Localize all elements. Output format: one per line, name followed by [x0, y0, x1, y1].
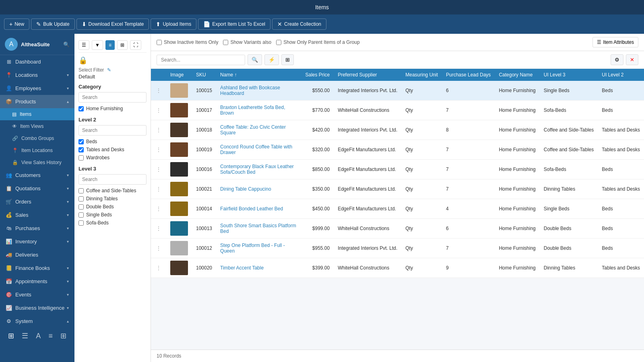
col-name[interactable]: Name ↑: [216, 69, 301, 81]
bottom-nav-list[interactable]: ☰: [19, 329, 31, 342]
sidebar-item-purchases[interactable]: 🛍 Purchases ▾: [0, 222, 74, 235]
export-item-list-button[interactable]: 📄 Export Item List To Excel: [198, 19, 270, 30]
sidebar-item-orders[interactable]: 🛒 Orders ▾: [0, 195, 74, 208]
bottom-nav-menu[interactable]: ≡: [45, 330, 56, 342]
bulk-update-button[interactable]: ✎ Bulk Update: [31, 19, 74, 30]
sidebar-item-customers[interactable]: 👥 Customers ▾: [0, 169, 74, 182]
dashboard-icon: ⊞: [6, 59, 12, 65]
sidebar-item-events[interactable]: 🎯 Events ▾: [0, 288, 74, 301]
price-cell: $350.00: [301, 179, 334, 199]
edit-filter-icon[interactable]: ✎: [107, 67, 111, 73]
filter-search-button[interactable]: ⚡: [264, 54, 279, 65]
list-view-btn[interactable]: ☰: [78, 40, 89, 50]
sidebar-sub-item-items[interactable]: ▤ Items: [0, 108, 74, 120]
level2-option-wardrobes[interactable]: Wardrobes: [78, 154, 147, 162]
sidebar-item-products[interactable]: 📦 Products ▴: [0, 95, 74, 108]
sidebar-item-inventory[interactable]: 📊 Inventory ▾: [0, 235, 74, 248]
level3-option-sofa-beds[interactable]: Sofa-Beds: [78, 219, 147, 227]
name-cell[interactable]: Concord Round Coffee Table with Drawer: [216, 140, 301, 160]
advanced-search-button[interactable]: ⊞: [281, 54, 294, 65]
image-cell: [166, 120, 192, 140]
row-kebab-menu[interactable]: ⋮: [155, 147, 162, 152]
name-cell[interactable]: Coffee Table: Zuo Civic Center Square: [216, 120, 301, 140]
row-kebab-menu[interactable]: ⋮: [155, 245, 162, 251]
col-level2[interactable]: UI Level 2: [598, 69, 644, 81]
search-icon[interactable]: 🔍: [63, 41, 70, 47]
bottom-nav-apps[interactable]: ⊞: [57, 329, 70, 342]
close-filter-button[interactable]: ✕: [626, 54, 638, 65]
col-supplier[interactable]: Preferred Supplier: [334, 69, 401, 81]
download-excel-button[interactable]: ⬇ Download Excel Template: [76, 19, 149, 30]
new-button[interactable]: + New: [4, 19, 29, 30]
bottom-nav-grid[interactable]: ⊞: [5, 329, 17, 342]
sidebar-item-locations[interactable]: 📍 Locations ▾: [0, 68, 74, 82]
search-submit-button[interactable]: 🔍: [248, 54, 262, 65]
col-price[interactable]: Sales Price: [301, 69, 334, 81]
col-lead-days[interactable]: Purchase Lead Days: [442, 69, 495, 81]
sidebar-item-deliveries[interactable]: 🚚 Deliveries: [0, 248, 74, 261]
name-cell[interactable]: South Shore Smart Basics Platform Bed: [216, 219, 301, 239]
row-kebab-menu[interactable]: ⋮: [155, 186, 162, 192]
col-category[interactable]: Category Name: [495, 69, 539, 81]
show-inactive-checkbox[interactable]: Show Inactive Items Only: [157, 38, 218, 46]
row-kebab-menu[interactable]: ⋮: [155, 206, 162, 212]
level3-cell: Single Beds: [540, 199, 598, 219]
sidebar-sub-item-combo-groups[interactable]: 🔗 Combo Groups: [0, 132, 74, 144]
unit-cell: Qty: [401, 179, 442, 199]
level3-search[interactable]: [78, 174, 147, 185]
row-kebab-menu[interactable]: ⋮: [155, 107, 162, 113]
settings-cog-button[interactable]: ⚙: [611, 54, 623, 65]
col-unit[interactable]: Measuring Unit: [401, 69, 442, 81]
level2-option-tables-desks[interactable]: Tables and Desks: [78, 146, 147, 154]
name-cell[interactable]: Timber Accent Table: [216, 258, 301, 278]
item-thumbnail: [170, 162, 188, 177]
sidebar-item-finance-books[interactable]: 📒 Finance Books ▾: [0, 261, 74, 275]
level3-option-dinning-tables[interactable]: Dinning Tables: [78, 195, 147, 203]
level2-search[interactable]: [78, 125, 147, 136]
name-cell[interactable]: Dining Table Cappucino: [216, 179, 301, 199]
chart-btn[interactable]: ⊞: [117, 40, 128, 50]
show-parent-items-checkbox[interactable]: Show Only Parent Items of a Group: [276, 38, 359, 46]
level2-option-beds[interactable]: Beds: [78, 138, 147, 146]
name-cell[interactable]: Ashland Bed with Bookcase Headboard: [216, 81, 301, 101]
level3-option-double-beds[interactable]: Double Beds: [78, 203, 147, 211]
row-kebab-menu[interactable]: ⋮: [155, 127, 162, 133]
sidebar-sub-item-item-views[interactable]: 👁 Item Views: [0, 120, 74, 132]
name-cell[interactable]: Fairfield Bonded Leather Bed: [216, 199, 301, 219]
item-attributes-button[interactable]: ☰ Item Attributes: [592, 37, 638, 47]
upload-items-button[interactable]: ⬆ Upload Items: [151, 19, 196, 30]
create-collection-button[interactable]: ✕ Create Collection: [272, 19, 326, 30]
sidebar-item-system[interactable]: ⚙ System ▴: [0, 315, 74, 328]
sidebar-item-appointments[interactable]: 📅 Appointments ▾: [0, 275, 74, 288]
row-kebab-menu[interactable]: ⋮: [155, 167, 162, 172]
bottom-nav-a[interactable]: A: [33, 330, 44, 342]
col-sku[interactable]: SKU: [192, 69, 216, 81]
category-option-home-furnishing[interactable]: Home Furnishing: [78, 105, 147, 113]
search-input[interactable]: [157, 55, 245, 65]
row-kebab-menu[interactable]: ⋮: [155, 265, 162, 271]
sidebar-item-quotations[interactable]: 📋 Quotations ▾: [0, 182, 74, 195]
item-thumbnail: [170, 123, 188, 137]
detail-view-btn[interactable]: ≡: [105, 40, 115, 50]
name-cell[interactable]: Step One Platform Bed - Full - Queen: [216, 239, 301, 258]
show-variants-checkbox[interactable]: Show Variants also: [223, 38, 271, 46]
sidebar-item-sales[interactable]: 💰 Sales ▾: [0, 208, 74, 222]
search-bar: 🔍 ⚡ ⊞ ⚙ ✕: [151, 51, 644, 69]
sidebar-sub-item-item-locations[interactable]: 📍 Item Locations: [0, 144, 74, 156]
row-kebab-menu[interactable]: ⋮: [155, 88, 162, 93]
category-search[interactable]: [78, 92, 147, 103]
sales-icon: 💰: [6, 212, 12, 218]
sidebar-item-employees[interactable]: 👤 Employees ▾: [0, 82, 74, 95]
level3-option-coffee-tables[interactable]: Coffee and Side-Tables: [78, 187, 147, 195]
name-cell[interactable]: Braxton Leatherette Sofa Bed, Brown: [216, 101, 301, 120]
sidebar-item-business-intelligence[interactable]: 📈 Business Intelligence ▾: [0, 301, 74, 315]
sidebar-sub-item-view-sales-history[interactable]: 🔒 View Sales History: [0, 156, 74, 169]
top-bar: Items: [0, 0, 644, 14]
level3-option-single-beds[interactable]: Single Beds: [78, 211, 147, 219]
sidebar-item-dashboard[interactable]: ⊞ Dashboard: [0, 55, 74, 68]
row-kebab-menu[interactable]: ⋮: [155, 226, 162, 231]
name-cell[interactable]: Contemporary Black Faux Leather Sofa/Cou…: [216, 160, 301, 179]
col-level3[interactable]: UI Level 3: [540, 69, 598, 81]
filter-btn[interactable]: ▼: [92, 40, 103, 50]
expand-btn[interactable]: ⛶: [130, 40, 141, 50]
